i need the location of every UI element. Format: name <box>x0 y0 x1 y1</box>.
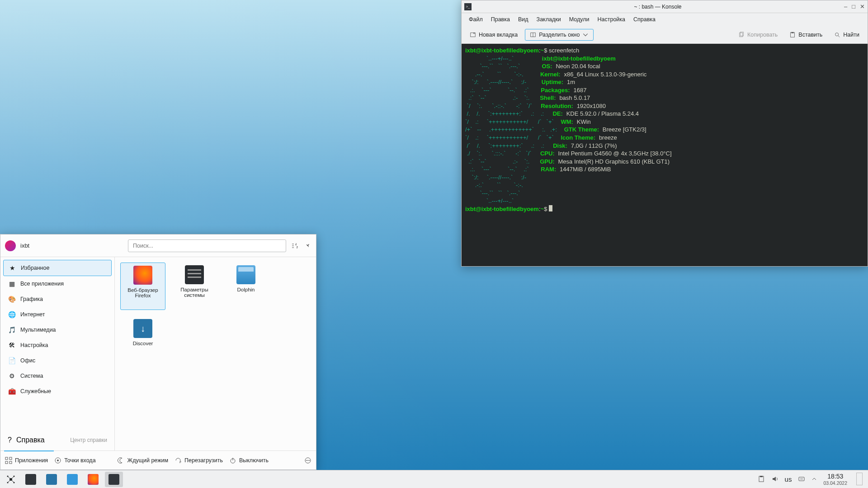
svg-point-18 <box>306 460 307 461</box>
sidebar-category-3[interactable]: 🌐Интернет <box>3 307 112 322</box>
svg-rect-31 <box>760 476 763 477</box>
split-window-button[interactable]: Разделить окно <box>525 29 594 41</box>
clipboard-icon[interactable] <box>758 475 765 483</box>
clock-date: 03.04.2022 <box>823 480 847 486</box>
sidebar-category-4[interactable]: 🎵Мультимедиа <box>3 322 112 338</box>
show-desktop-button[interactable] <box>856 473 863 485</box>
taskbar: us 18:53 03.04.2022 <box>0 470 868 488</box>
sleep-icon <box>118 457 125 464</box>
sidebar-category-5[interactable]: 🛠Настройка <box>3 338 112 353</box>
konsole-title: ~ : bash — Konsole <box>472 4 844 10</box>
category-icon: ▦ <box>8 280 16 288</box>
konsole-window: ~ : bash — Konsole – □ ✕ Файл Правка Вид… <box>461 0 868 267</box>
volume-icon[interactable] <box>771 475 778 483</box>
paste-button[interactable]: Вставить <box>785 29 827 40</box>
grid-icon <box>5 457 12 464</box>
minimize-icon[interactable]: – <box>844 3 847 10</box>
search-input[interactable] <box>128 239 286 252</box>
menu-settings[interactable]: Настройка <box>594 14 629 24</box>
menu-plugins[interactable]: Модули <box>566 14 593 24</box>
category-label: Избранное <box>21 265 49 271</box>
task-discover[interactable] <box>42 472 61 487</box>
tray-expand-icon[interactable] <box>811 476 817 482</box>
favorite-app-discover[interactable]: Discover <box>120 316 165 364</box>
svg-line-29 <box>11 479 14 483</box>
category-icon: 🎵 <box>8 326 16 334</box>
user-avatar[interactable] <box>5 240 16 251</box>
footer-shutdown-button[interactable]: Выключить <box>229 457 269 464</box>
menu-file[interactable]: Файл <box>465 14 486 24</box>
sidebar-category-6[interactable]: 📄Офис <box>3 353 112 368</box>
help-label: Справка <box>16 436 45 444</box>
footer-shutdown-label: Выключить <box>239 457 269 464</box>
footer-sleep-button[interactable]: Ждущий режим <box>118 457 169 464</box>
kde-launcher-button[interactable] <box>2 470 20 488</box>
svg-line-27 <box>11 476 14 479</box>
footer-applications-label: Приложения <box>15 457 48 464</box>
more-icon <box>304 457 311 464</box>
footer-places-button[interactable]: Точки входа <box>54 457 95 464</box>
sidebar-category-1[interactable]: ▦Все приложения <box>3 276 112 291</box>
paste-label: Вставить <box>798 32 822 38</box>
footer-places-label: Точки входа <box>64 457 95 464</box>
footer-more-button[interactable] <box>304 457 311 464</box>
sort-icon[interactable] <box>291 242 299 250</box>
svg-rect-6 <box>792 32 794 33</box>
category-icon: 🌐 <box>8 310 16 319</box>
split-window-icon <box>530 32 536 38</box>
favorite-app-settings[interactable]: Параметры системы <box>172 263 217 310</box>
favorite-app-dolphin[interactable]: Dolphin <box>223 263 269 310</box>
category-label: Служебные <box>20 388 51 394</box>
category-label: Мультимедиа <box>20 327 56 333</box>
task-system-monitor[interactable] <box>22 472 40 487</box>
app-tile-label: Dolphin <box>237 287 255 292</box>
system-tray: us 18:53 03.04.2022 <box>758 473 866 486</box>
svg-point-20 <box>309 460 310 461</box>
footer-restart-button[interactable]: Перезагрузить <box>175 457 223 464</box>
menu-edit[interactable]: Правка <box>487 14 514 24</box>
category-icon: 🎨 <box>8 295 16 303</box>
new-tab-icon <box>470 32 476 38</box>
menu-help[interactable]: Справка <box>630 14 659 24</box>
task-konsole[interactable] <box>105 472 123 487</box>
menu-bookmarks[interactable]: Закладки <box>533 14 565 24</box>
kde-logo-icon <box>6 474 16 484</box>
app-tile-label: Discover <box>133 341 153 346</box>
launcher-content: Веб-браузер FirefoxПараметры системыDolp… <box>115 257 316 450</box>
menu-view[interactable]: Вид <box>514 14 532 24</box>
keyboard-layout-indicator[interactable]: us <box>785 475 792 483</box>
sidebar-category-2[interactable]: 🎨Графика <box>3 291 112 307</box>
category-label: Офис <box>20 357 35 364</box>
svg-rect-12 <box>9 461 12 464</box>
svg-point-19 <box>307 460 308 461</box>
category-label: Интернет <box>20 311 45 318</box>
konsole-app-icon <box>464 3 472 10</box>
category-icon: ★ <box>8 264 16 272</box>
task-firefox[interactable] <box>84 472 102 487</box>
paste-icon <box>789 32 796 38</box>
new-tab-button[interactable]: Новая вкладка <box>465 29 522 40</box>
new-tab-label: Новая вкладка <box>479 32 518 38</box>
favorite-app-firefox[interactable]: Веб-браузер Firefox <box>120 263 165 310</box>
copy-icon <box>738 32 745 38</box>
find-button[interactable]: Найти <box>830 29 864 40</box>
footer-applications-button[interactable]: Приложения <box>5 457 48 464</box>
svg-rect-10 <box>9 457 12 460</box>
konsole-titlebar[interactable]: ~ : bash — Konsole – □ ✕ <box>462 0 868 13</box>
terminal-output[interactable]: ixbt@ixbt-tobefilledbyoem:~$ screenfetch… <box>462 44 868 266</box>
maximize-icon[interactable]: □ <box>852 3 855 10</box>
clock[interactable]: 18:53 03.04.2022 <box>823 473 847 486</box>
app-tile-label: Веб-браузер Firefox <box>123 287 163 298</box>
places-icon <box>54 457 61 464</box>
svg-line-28 <box>8 479 11 483</box>
sidebar-category-7[interactable]: ⚙Система <box>3 368 112 384</box>
clock-time: 18:53 <box>823 473 847 480</box>
task-dolphin[interactable] <box>63 472 81 487</box>
close-icon[interactable]: ✕ <box>860 3 865 10</box>
sidebar-help[interactable]: ?СправкаЦентр справки <box>3 432 112 448</box>
pin-icon[interactable] <box>303 242 311 250</box>
network-icon[interactable] <box>798 475 805 483</box>
copy-button[interactable]: Копировать <box>734 29 782 40</box>
sidebar-category-0[interactable]: ★Избранное <box>3 260 112 276</box>
sidebar-category-8[interactable]: 🧰Служебные <box>3 384 112 399</box>
